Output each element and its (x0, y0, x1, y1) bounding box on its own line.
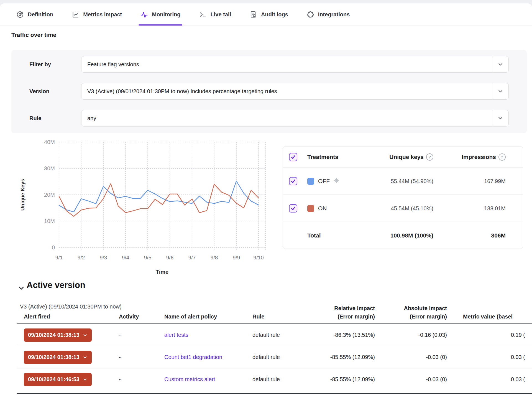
off-color-swatch (307, 178, 314, 185)
alert-policy-link[interactable]: Count bet1 degradation (164, 354, 222, 360)
select-value: V3 (Active) (09/01/2024 01:30PM to now) … (81, 88, 492, 95)
column-header-4: Rule (252, 312, 308, 321)
relative-impact-cell: -85.55% (12.09%) (308, 354, 375, 360)
terminal-icon (199, 11, 207, 19)
svg-text:40M: 40M (44, 139, 55, 145)
column-header-1: Alert fired (24, 312, 119, 321)
document-search-icon (249, 11, 257, 19)
tab-label: Live tail (211, 11, 231, 18)
alert-row-3: 09/10/2024 01:46:53-Custom metrics alert… (17, 368, 532, 390)
metric-value-cell: 0.03 ( (447, 376, 532, 383)
filter-row-rule: Ruleany (11, 110, 527, 127)
treatments-panel: Treatments Unique keys ? Impressions ? O… (283, 146, 523, 249)
activity-cell: - (119, 376, 164, 383)
rule-cell: default rule (252, 376, 308, 383)
treatment-off-checkbox[interactable] (289, 177, 297, 185)
alert-row-1: 09/10/2024 01:38:13-alert testsdefault r… (17, 324, 532, 346)
svg-text:9/10: 9/10 (254, 255, 264, 261)
on-color-swatch (307, 205, 314, 212)
alerts-table: Alert firedActivityName of alert policyR… (17, 304, 532, 390)
svg-text:Time: Time (156, 269, 168, 275)
filter-row-filter-by: Filter byFeature flag versions (11, 56, 527, 73)
treatment-impressions: 138.01M (484, 205, 506, 212)
tab-audit-logs[interactable]: Audit logs (249, 3, 288, 26)
alert-fired-chip[interactable]: 09/10/2024 01:46:53 (24, 373, 92, 386)
unique-keys-header: Unique keys (389, 154, 424, 160)
treatment-name: ON (318, 205, 327, 212)
tab-integrations[interactable]: Integrations (306, 3, 350, 26)
svg-text:9/8: 9/8 (211, 255, 218, 261)
treatment-unique-keys: 55.44M (54.90%) (391, 178, 433, 184)
treatment-row-on: ON45.54M (45.10%)138.01M (283, 194, 523, 222)
chevron-down-icon (83, 377, 88, 382)
treatments-select-all-checkbox[interactable] (289, 153, 297, 161)
tab-definition[interactable]: Definition (16, 3, 53, 26)
filter-label: Rule (29, 110, 41, 127)
svg-text:9/3: 9/3 (100, 255, 107, 261)
tab-label: Monitoring (152, 11, 180, 18)
activity-cell: - (119, 332, 164, 338)
chevron-down-icon (497, 115, 503, 121)
chart-icon (71, 11, 80, 19)
impressions-header: Impressions (462, 154, 496, 160)
total-label: Total (307, 232, 321, 239)
rule-cell: default rule (252, 354, 308, 360)
select-value: Feature flag versions (81, 61, 492, 68)
alerts-table-header: Alert firedActivityName of alert policyR… (17, 304, 532, 324)
alert-policy-link[interactable]: alert tests (164, 332, 188, 338)
puzzle-icon (306, 11, 314, 19)
absolute-impact-cell: -0.03 (0) (375, 354, 447, 360)
alert-fired-chip[interactable]: 09/10/2024 01:38:13 (24, 351, 92, 364)
treatments-header-row: Treatments Unique keys ? Impressions ? (283, 146, 523, 167)
tab-label: Metrics impact (83, 11, 122, 18)
treatments-header-label: Treatments (307, 154, 338, 160)
svg-text:0: 0 (52, 244, 55, 251)
svg-text:9/5: 9/5 (144, 255, 151, 261)
tab-live-tail[interactable]: Live tail (199, 3, 231, 26)
svg-text:Unique Keys: Unique Keys (20, 179, 25, 211)
filter-label: Filter by (29, 56, 51, 73)
svg-text:9/6: 9/6 (166, 255, 173, 261)
svg-text:9/1: 9/1 (55, 255, 63, 261)
unique-keys-help-icon[interactable]: ? (426, 153, 433, 161)
activity-cell: - (119, 354, 164, 360)
chevron-down-icon (497, 61, 503, 67)
pulse-icon (140, 11, 148, 19)
svg-text:9/4: 9/4 (122, 255, 129, 261)
total-impressions: 306M (491, 232, 506, 239)
chevron-down-icon (497, 88, 503, 94)
column-header-3: Name of alert policy (164, 312, 252, 321)
absolute-impact-cell: -0.16 (0.03) (375, 332, 447, 338)
column-header-7: Metric value (basel (447, 312, 532, 321)
rule-select[interactable]: any (81, 110, 509, 127)
filter-by-select[interactable]: Feature flag versions (81, 56, 509, 73)
tab-bar: DefinitionMetrics impactMonitoringLive t… (0, 3, 532, 26)
svg-text:20M: 20M (44, 192, 55, 198)
alert-fired-chip[interactable]: 09/10/2024 01:38:13 (24, 328, 92, 342)
alert-policy-link[interactable]: Custom metrics alert (164, 376, 215, 382)
treatment-unique-keys: 45.54M (45.10%) (391, 205, 433, 212)
svg-text:10M: 10M (44, 218, 55, 224)
version-select[interactable]: V3 (Active) (09/01/2024 01:30PM to now) … (81, 83, 509, 100)
relative-impact-cell: -85.55% (12.09%) (308, 376, 375, 383)
active-version-title: Active version (27, 280, 85, 290)
absolute-impact-cell: -0.03 (0) (375, 376, 447, 383)
treatment-on-checkbox[interactable] (289, 204, 297, 213)
select-value: any (81, 115, 492, 122)
filter-panel: Filter byFeature flag versionsVersionV3 … (11, 50, 527, 133)
active-version-collapse-chevron-icon[interactable] (18, 285, 25, 292)
tab-metrics-impact[interactable]: Metrics impact (71, 3, 122, 26)
treatment-impressions: 167.99M (484, 178, 506, 184)
traffic-chart: 010M20M30M40M9/19/29/39/49/59/69/79/89/9… (0, 137, 277, 279)
treatment-name: OFF (318, 178, 330, 184)
target-icon (16, 11, 24, 19)
tab-label: Integrations (318, 11, 350, 18)
chevron-down-icon (83, 333, 88, 338)
relative-impact-cell: -86.3% (13.51%) (308, 332, 375, 338)
tab-monitoring[interactable]: Monitoring (140, 3, 180, 26)
table-bottom-border (17, 393, 532, 394)
column-header-6: Absolute Impact(Error margin) (375, 304, 447, 321)
svg-text:30M: 30M (44, 165, 55, 171)
svg-text:9/7: 9/7 (188, 255, 196, 261)
impressions-help-icon[interactable]: ? (498, 153, 506, 161)
